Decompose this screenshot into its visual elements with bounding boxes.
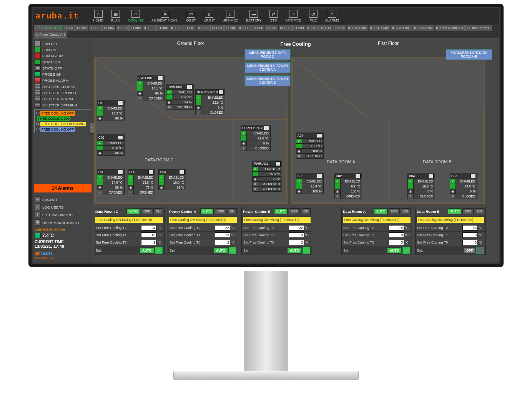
unit-b04[interactable]: B04 ✓ENABLED 19.6 °C ◉0 % ≡CLOSED [407, 173, 435, 199]
tab[interactable]: IU.B03 [143, 25, 156, 31]
unit-b03[interactable]: B03 ✓ENABLED 14.0 °C ◉0 % ≡CLOSED [450, 173, 477, 199]
apply-button[interactable]: → [229, 247, 236, 254]
tab[interactable]: IU.C06 [251, 25, 264, 31]
tab[interactable]: IU.PWR.A01 [347, 25, 368, 31]
nav-upsit[interactable]: ▯UPS IT [200, 9, 219, 23]
meas-data-room-c-button[interactable]: MEASUREMENTS DATA ROOM C [244, 49, 291, 60]
tab[interactable]: IU.PWR.B01 [391, 25, 412, 31]
tab[interactable]: IU.C01 [183, 25, 196, 31]
apply-button[interactable]: · [476, 247, 484, 254]
nav-upsmec[interactable]: ▯UPS MEC [219, 9, 242, 23]
on-button[interactable]: ON [401, 208, 411, 214]
tab[interactable]: IU.C03 [210, 25, 223, 31]
tab[interactable]: IU.PWR.B02 [412, 25, 434, 31]
t1-input[interactable] [215, 232, 230, 238]
unit-a02[interactable]: A02 ✓ENABLED 9.7 °C ◉100 % ≡OPENED [334, 173, 362, 199]
t0-input[interactable] [215, 240, 230, 245]
log-users-button[interactable]: ↓LOG USERS [34, 203, 91, 211]
auto-button[interactable]: AUTO [374, 208, 387, 214]
nav-battery[interactable]: ▬BATTERY [242, 9, 266, 23]
unit-a03[interactable]: A03 ✓ENABLED 10.4 °C ◉100 % [296, 173, 324, 194]
t2-input[interactable] [462, 225, 478, 231]
unit-c09[interactable]: C09 ✓ENABLED 15.0 °C ◉86 % [97, 134, 125, 156]
off-button[interactable]: OFF [141, 208, 152, 214]
apply-button[interactable]: → [303, 247, 310, 254]
tab[interactable]: IU.C05 [238, 25, 251, 31]
on-button[interactable]: ON [301, 208, 311, 214]
user-mgmt-button[interactable]: ΨUSER MANAGEMENT [34, 219, 91, 226]
tab[interactable]: IU.C12 [333, 25, 346, 31]
unit-c05[interactable]: C05 ✓ENABLED 13.8 °C ◉75 % ≡OPENED [128, 169, 155, 195]
meas-power-center-a-button[interactable]: MEASUREMENTS POWER CENTER A [244, 62, 291, 73]
unit-supply-pcb[interactable]: SUPPLY PC.B ✓ENABLED 22.9 °C ◉0 % ≡CLOSE… [195, 89, 225, 115]
logout-button[interactable]: →LOGOUT [34, 196, 91, 203]
tab[interactable]: IU.A04 [102, 25, 115, 31]
auto-button[interactable]: AUTO [448, 208, 461, 214]
unit-pwrb01[interactable]: PWR.B01 ✓ENABLED 14.1 °C ◉86 % ≡OPENED [137, 75, 165, 101]
unit-c10[interactable]: C10 ✓ENABLED 15.3 °C ◉86 % [97, 100, 125, 121]
unit-supply-pca[interactable]: SUPPLY PC.A ✓ENABLED 22.6 °C ◉0 % ≡CLOSE… [241, 125, 271, 151]
t2-input[interactable] [389, 225, 404, 231]
tab-free-cooling[interactable]: FREE COOLING [34, 25, 62, 31]
apply-button[interactable]: → [402, 247, 410, 254]
on-button[interactable]: ON [153, 208, 163, 214]
meas-power-center-b-button[interactable]: MEASUREMENTS POWER CENTER B [244, 75, 291, 86]
off-button[interactable]: OFF [389, 208, 400, 214]
t1-input[interactable] [289, 232, 304, 238]
tab[interactable]: IU.B05 [170, 25, 183, 31]
nav-ambient[interactable]: ≣AMBIENT MEAS. [148, 9, 182, 23]
tab[interactable]: IU Data Room C [465, 25, 492, 31]
unit-pwrb02[interactable]: PWR.B02 ✓ENABLED 13.6 °C ◉94 % ≡OPENING [166, 84, 194, 110]
t2-input[interactable] [141, 225, 156, 231]
nav-cooling[interactable]: ❄COOLING [124, 9, 148, 23]
off-button[interactable]: OFF [289, 208, 300, 214]
tab[interactable]: IU.A01 [62, 25, 75, 31]
nav-qgbt[interactable]: ▭QGBT [182, 9, 200, 23]
on-button[interactable]: ON [475, 208, 484, 214]
tab[interactable]: IU.PWR.A02 [369, 25, 390, 31]
nav-alarms[interactable]: ⚠ALARMS [321, 9, 343, 23]
tab[interactable]: IU.B01 [116, 25, 129, 31]
unit-c04[interactable]: C04 ✓ENABLED 16.0 °C ◉86 % [158, 169, 186, 190]
auto-button[interactable]: AUTO [126, 208, 140, 214]
tab[interactable]: IU.C11 [319, 25, 332, 31]
tab[interactable]: IU Power Center A-B [34, 32, 67, 38]
auto-button[interactable]: AUTO [200, 208, 214, 214]
tab[interactable]: IU.C04 [224, 25, 237, 31]
tab[interactable]: IU.A02 [75, 25, 88, 31]
tab[interactable]: IU.A03 [89, 25, 102, 31]
t0-input[interactable] [389, 240, 404, 245]
edit-password-button[interactable]: ⚿EDIT PASSWORD [34, 211, 91, 219]
t2-input[interactable] [289, 225, 304, 231]
nav-pue[interactable]: ◔PUE [305, 9, 321, 23]
off-button[interactable]: OFF [462, 208, 474, 214]
tab[interactable]: IU.C07 [265, 25, 278, 31]
unit-a04[interactable]: A04 ✓ENABLED 10.7 °C ◉100 % ≡OPENED [296, 133, 324, 159]
on-button[interactable]: ON [227, 208, 237, 214]
nav-sts[interactable]: ⇄STS [266, 9, 282, 23]
meas-data-room-ab-button[interactable]: MEASUREMENTS DATA ROOM A-B [446, 49, 492, 60]
tab[interactable]: IU.C02 [197, 25, 210, 31]
unit-pwra01[interactable]: PWR.A01 ✓ENABLED 15.8 °C ◉72 % ≡S1 OPENE… [252, 161, 282, 192]
alarms-counter[interactable]: 14 Alarms [34, 184, 91, 192]
nav-home[interactable]: ⌂HOME [89, 9, 107, 23]
auto-button[interactable]: AUTO [274, 208, 288, 214]
unit-c08[interactable]: C08 ✓ENABLED 14.8 °C ◉86 % ≡OPENED [97, 169, 125, 195]
tab[interactable]: IU.C10 [306, 25, 319, 31]
t2-input[interactable] [215, 225, 230, 231]
tab[interactable]: IU Data Room A-B [435, 25, 465, 31]
t0-input[interactable] [141, 240, 156, 245]
apply-button[interactable]: → [155, 247, 163, 254]
t1-input[interactable] [141, 232, 156, 238]
tab[interactable]: IU.C08 [279, 25, 292, 31]
t1-input[interactable] [462, 232, 478, 238]
tab[interactable]: IU.C09 [292, 25, 305, 31]
t1-input[interactable] [389, 232, 404, 238]
nav-antifire[interactable]: ♨ANTIFIRE [282, 9, 305, 23]
off-button[interactable]: OFF [215, 208, 226, 214]
t0-input[interactable] [462, 240, 478, 245]
tab[interactable]: IU.B02 [129, 25, 142, 31]
t0-input[interactable] [289, 240, 304, 245]
tab[interactable]: IU.B04 [156, 25, 169, 31]
nav-plan[interactable]: ▦PLAN [107, 9, 124, 23]
